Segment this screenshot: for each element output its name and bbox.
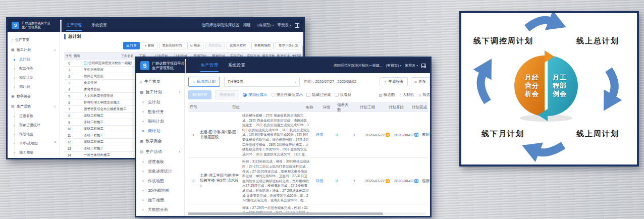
sidebar-item[interactable]: 3D作战地图 <box>8 139 60 148</box>
sidebar-item[interactable]: 进度看板 <box>8 112 60 121</box>
sidebar-item[interactable]: 周计划 <box>8 82 60 91</box>
sidebar-item[interactable]: 生产首页 <box>136 76 184 87</box>
sidebar-item[interactable]: 配套任务 <box>8 64 60 73</box>
model-badge[interactable]: (有模型) <box>386 63 401 68</box>
toolbar-button[interactable]: 打开 <box>123 42 139 49</box>
new-week-plan-button[interactable]: 新增周计划 <box>188 77 220 87</box>
column-header[interactable]: 预警 <box>73 54 122 59</box>
column-header[interactable]: 部位 <box>231 103 301 112</box>
toolbar-button[interactable]: 刷新 <box>187 42 203 49</box>
cell-seq: 10 <box>64 127 74 131</box>
sidebar-item[interactable]: 施工计划 ∧ <box>8 45 60 55</box>
gantt-view-button[interactable]: 横道图 <box>379 92 395 97</box>
sidebar-item-label: 期间计划 <box>19 76 33 79</box>
toolbar-button[interactable]: 查看网络图 <box>251 42 274 49</box>
filter-button[interactable]: 筛选 <box>418 92 430 97</box>
cell-task-name: 信阳师范学院淮河校区一期建设项目 <box>83 61 132 66</box>
sidebar-item[interactable]: 大数据分析 <box>136 205 184 214</box>
tree-expand-icon[interactable] <box>84 62 87 65</box>
toolbar-button[interactable]: 删除 <box>142 42 157 49</box>
column-header[interactable]: 任务名称 <box>122 54 133 59</box>
sidebar-item[interactable]: 形象进度统计 <box>8 121 60 130</box>
column-header[interactable]: 序号 <box>64 54 73 59</box>
sidebar-item[interactable]: 生产活动 ∧ <box>8 101 60 112</box>
detail-link[interactable]: 详情 <box>316 179 324 184</box>
radio-by-unit[interactable]: 按责任单位展示 <box>271 92 303 97</box>
sidebar-item[interactable]: 期间计划 <box>136 117 184 126</box>
table-row[interactable]: 1 土建-图书馆-第9层-图书馆屋面段 综合楼行政楼：27日 东单体机房层浇筑完… <box>188 112 428 158</box>
arrow-right-icon <box>609 70 615 97</box>
toolbar-button[interactable]: 更新实际时间 <box>159 42 185 49</box>
sidebar-item[interactable]: 周计划 <box>136 126 184 136</box>
apps-grid-icon[interactable] <box>295 23 299 28</box>
sidebar-item[interactable]: 数字例会 <box>8 91 60 101</box>
sidebar-item[interactable]: 形象进度统计 <box>136 167 184 176</box>
detail-link[interactable]: 详情 <box>316 132 324 137</box>
sidebar-item[interactable]: 作战地图 <box>8 130 60 139</box>
column-header[interactable]: 计划完成 <box>410 103 430 112</box>
column-header[interactable]: 详情 <box>317 103 336 112</box>
toolbar-button[interactable]: 关联部位 <box>205 42 225 49</box>
sidebar-item[interactable]: 总计划 <box>8 55 60 64</box>
labor-material-button[interactable]: 人材机 <box>399 92 414 97</box>
user-menu[interactable]: 宋慧发 <box>277 23 291 28</box>
sidebar-item[interactable]: 施工相册 <box>8 148 60 157</box>
more-button[interactable]: 更多 <box>411 77 430 86</box>
user-menu[interactable]: 宋慧发 <box>405 63 418 68</box>
toolbar-button[interactable]: 显示下级计划 <box>276 42 301 49</box>
sidebar-item[interactable]: 作战地图 <box>136 176 184 186</box>
checkbox-only-me[interactable]: 仅看我 <box>335 92 352 97</box>
sidebar-item[interactable]: 总计划 <box>136 97 184 107</box>
top-nav-tab[interactable]: 系统设置 <box>223 58 250 73</box>
sidebar-item-label: 形象进度统计 <box>19 123 40 127</box>
add-task-button[interactable]: 新增任务 <box>188 90 211 99</box>
sidebar-item[interactable]: 生产首页 <box>8 35 60 45</box>
chevron-up-icon[interactable]: ∧ <box>54 48 56 51</box>
sidebar-item[interactable]: 配套任务 <box>136 107 184 117</box>
column-header[interactable]: 序号 <box>188 103 231 112</box>
cell-owner: 孟昭光 <box>420 112 430 157</box>
menu-icon <box>415 80 417 84</box>
column-header[interactable]: 偏差天数 <box>336 103 353 112</box>
brand-line1: 广联达数字项目平台 <box>152 61 185 66</box>
sidebar-item[interactable]: 施工相册 <box>136 195 184 205</box>
checkbox-icon <box>335 93 339 97</box>
top-nav-tab[interactable]: 生产管理 <box>62 19 87 32</box>
toolbar-button[interactable]: 设置里程碑 <box>227 42 249 49</box>
radio-by-part[interactable]: 按部位展示 <box>243 92 267 97</box>
generate-report-button[interactable]: 生成报表 <box>380 77 407 86</box>
chevron-up-icon[interactable]: ∧ <box>54 105 56 108</box>
top-nav-tab[interactable]: 系统设置 <box>87 19 112 32</box>
sidebar-item[interactable]: 3D作战地图 <box>136 186 184 195</box>
table-row[interactable]: 2 土建-理工学院与护理学院教学楼-第3层-流水段1 粉刷：31日粉刷完成，砌体… <box>188 158 428 204</box>
front-window: S 广联达数字项目平台 生产管理系统 生产管理系统设置 信阳师范学院淮河校区一期… <box>135 57 432 217</box>
model-badge[interactable]: (有模型) <box>257 23 274 28</box>
quick-add-button[interactable]: 快速新增 <box>215 90 239 99</box>
sidebar-item[interactable]: 数字例会 <box>136 136 184 146</box>
gantt-icon <box>379 93 383 97</box>
sidebar-item[interactable]: 进度看板 <box>136 157 184 167</box>
chevron-up-icon[interactable]: ∧ <box>178 150 181 154</box>
cell-task-name: 一层主体结构施工 <box>83 153 132 157</box>
horizontal-scrollbar[interactable] <box>188 212 426 215</box>
sidebar-item[interactable]: 期间计划 <box>8 73 60 82</box>
column-header[interactable]: 计划开始 <box>382 103 410 112</box>
sidebar-item[interactable]: 大数据分析 <box>8 157 60 158</box>
top-nav: 生产管理系统设置 <box>196 58 250 73</box>
person-icon <box>399 93 402 97</box>
chevron-up-icon[interactable]: ∧ <box>178 90 181 94</box>
sidebar-item[interactable]: 生产活动 ∧ <box>136 146 184 157</box>
column-header[interactable]: 计划工期 <box>353 103 382 112</box>
period-label: 周期：2020/07/27 - 2020/08/02 <box>304 79 356 84</box>
apps-grid-icon[interactable] <box>421 64 426 68</box>
week-toolbar: 新增周计划 7月第5周 ▾ 周期：2020/07/27 - 2020/08/02… <box>188 77 430 87</box>
week-select[interactable]: 7月第5周 ▾ <box>224 77 300 87</box>
cell-deviation: 0 <box>328 158 346 203</box>
column-header[interactable]: 名称 <box>301 103 317 112</box>
button-icon <box>126 44 129 48</box>
top-nav-tab[interactable]: 生产管理 <box>196 58 223 73</box>
app-header: S 广联达数字项目平台 生产管理系统 生产管理系统设置 信阳师范学院淮河校区一期… <box>136 58 430 73</box>
sidebar-item[interactable]: 施工计划 ∧ <box>136 87 184 97</box>
sidebar-item-label: 配套任务 <box>19 67 33 70</box>
checkbox-hide-done[interactable]: 隐藏已完成 <box>306 92 331 97</box>
